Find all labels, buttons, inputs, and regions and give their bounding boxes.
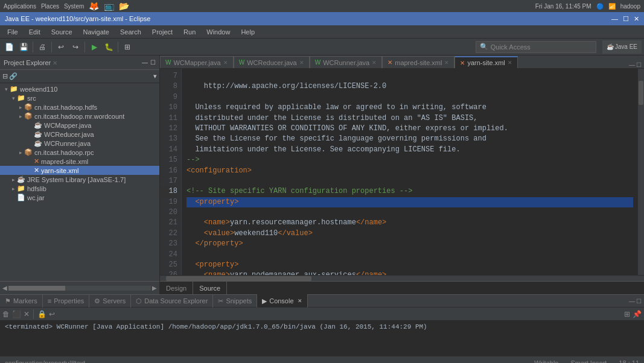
bottom-panel-minimize[interactable]: — [629, 298, 635, 305]
print-button[interactable]: 🖨 [36, 40, 49, 54]
editor-maximize-button[interactable]: ☐ [636, 62, 642, 68]
maximize-button[interactable]: ☐ [623, 15, 629, 23]
firefox-icon: 🦊 [89, 1, 99, 11]
toolbar-sep-1 [33, 42, 33, 52]
tab-wcmapper[interactable]: W WCMapper.java ✕ [160, 56, 234, 68]
close-button[interactable]: ✕ [634, 15, 639, 23]
tree-label-src: src [27, 95, 36, 102]
tab-wcreducer[interactable]: W WCReducer.java ✕ [234, 56, 310, 68]
tree-item-hdfslib[interactable]: ▸ 📁 hdfslib [0, 184, 159, 193]
terminate-button[interactable]: ⬛ [12, 310, 21, 318]
minimize-panel-button[interactable]: — [142, 59, 148, 66]
tab-console-close[interactable]: ✕ [298, 298, 302, 304]
left-scroll-right[interactable]: ▶ [152, 285, 157, 291]
tab-close-wcrunner[interactable]: ✕ [372, 60, 377, 66]
tab-close-mapred[interactable]: ✕ [444, 60, 449, 66]
menu-source[interactable]: Source [46, 27, 77, 37]
editor-minimize-button[interactable]: — [629, 62, 635, 68]
tree-item-mapred[interactable]: ✕ mapred-site.xml [0, 157, 159, 166]
tree-item-yarn[interactable]: ✕ yarn-site.xml [0, 166, 159, 175]
tree-item-wcrunner[interactable]: ☕ WCRunner.java [0, 139, 159, 148]
run-button[interactable]: ▶ [88, 40, 101, 54]
tree-item-wcmapper[interactable]: ☕ WCMapper.java [0, 121, 159, 130]
tab-mapred[interactable]: ✕ mapred-site.xml ✕ [382, 56, 454, 68]
menu-project[interactable]: Project [147, 27, 177, 37]
pin-console-button[interactable]: 📌 [633, 310, 642, 318]
console-text: <terminated> WCRunner [Java Application]… [5, 323, 427, 330]
open-perspective[interactable]: ⊞ [121, 40, 134, 54]
tab-wcrunner[interactable]: W WCRunner.java ✕ [310, 56, 383, 68]
position-status: 18 : 11 [619, 359, 639, 364]
maximize-panel-button[interactable]: ☐ [150, 59, 156, 66]
tab-datasource[interactable]: ⬡ Data Source Explorer [131, 294, 213, 308]
link-editor-button[interactable]: 🔗 [9, 72, 18, 80]
tree-item-rpc[interactable]: ▸ 📦 cn.itcast.hadoop.rpc [0, 148, 159, 157]
package-icon-wordcount: 📦 [24, 112, 33, 120]
bottom-panel-maximize[interactable]: ☐ [636, 298, 642, 305]
menu-window[interactable]: Window [202, 27, 235, 37]
remove-terminated-button[interactable]: ✕ [24, 310, 30, 318]
tab-yarn[interactable]: ✕ yarn-site.xml ✕ [454, 56, 517, 68]
tab-properties[interactable]: ≡ Properties [43, 294, 90, 308]
java-ee-label: Java EE [615, 43, 637, 50]
tree-item-wcjar[interactable]: 📄 wc.jar [0, 193, 159, 202]
menu-navigate[interactable]: Navigate [78, 27, 114, 37]
tab-close-wcmapper[interactable]: ✕ [223, 60, 228, 66]
menu-edit[interactable]: Edit [24, 27, 45, 37]
horizontal-scrollbar[interactable] [160, 275, 644, 281]
debug-button[interactable]: 🐛 [102, 40, 115, 54]
tab-close-yarn[interactable]: ✕ [508, 60, 512, 66]
apps-menu[interactable]: Applications [4, 3, 36, 10]
editor-scrollbar[interactable] [638, 69, 644, 275]
xml-icon-yarn: ✕ [34, 166, 39, 174]
design-source-tabs: Design Source [160, 281, 644, 294]
line-numbers: 7 8 9 10 11 12 13 14 15 16 17 18 19 20 2… [160, 69, 182, 275]
java-ee-perspective[interactable]: ☕ Java EE [602, 40, 642, 54]
source-tab[interactable]: Source [193, 282, 227, 294]
open-console-button[interactable]: ⊞ [624, 310, 630, 318]
menu-help[interactable]: Help [236, 27, 260, 37]
word-wrap-button[interactable]: ↩ [49, 310, 55, 318]
quick-access-box[interactable]: 🔍 Quick Access [476, 41, 596, 53]
tree-item-wcreducer[interactable]: ☕ WCReducer.java [0, 130, 159, 139]
menu-search[interactable]: Search [115, 27, 146, 37]
menu-run[interactable]: Run [179, 27, 200, 37]
arrow-hdfslib: ▸ [10, 186, 17, 192]
minimize-button[interactable]: — [611, 15, 618, 23]
console-toolbar: 🗑 ⬛ ✕ 🔒 ↩ ⊞ 📌 [0, 308, 644, 321]
undo-button[interactable]: ↩ [54, 40, 68, 54]
tab-markers[interactable]: ⚑ Markers [0, 294, 43, 308]
arrow-jre: ▸ [10, 177, 17, 183]
design-tab[interactable]: Design [160, 282, 193, 294]
toolbar-dropdown-button[interactable]: ▾ [153, 72, 157, 80]
clear-console-button[interactable]: 🗑 [2, 310, 10, 318]
project-explorer-title: Project Explorer ✕ [4, 59, 57, 66]
left-scroll-left[interactable]: ◀ [2, 285, 7, 291]
places-menu[interactable]: Places [41, 3, 59, 10]
tree-item-jre[interactable]: ▸ ☕ JRE System Library [JavaSE-1.7] [0, 175, 159, 184]
new-button[interactable]: 📄 [2, 40, 16, 54]
scroll-lock-button[interactable]: 🔒 [37, 310, 46, 318]
redo-button[interactable]: ↪ [69, 40, 82, 54]
tree-item-wordcount[interactable]: ▸ 📦 cn.itcast.hadoop.mr.wordcount [0, 112, 159, 121]
tree-item-weekend110[interactable]: ▾ 📁 weekend110 [0, 84, 159, 93]
tab-snippets[interactable]: ✂ Snippets [213, 294, 257, 308]
tree-item-hdfs[interactable]: ▸ 📦 cn.itcast.hadoop.hdfs [0, 103, 159, 112]
tab-servers[interactable]: ⚙ Servers [89, 294, 131, 308]
tree-item-src[interactable]: ▾ 📁 src [0, 93, 159, 103]
status-bar-left: configuration/property/#text [5, 359, 522, 364]
tab-properties-label: Properties [54, 297, 84, 305]
tab-console[interactable]: ▶ Console ✕ [257, 294, 307, 308]
collapse-all-button[interactable]: ⊟ [2, 72, 8, 80]
save-button[interactable]: 💾 [17, 40, 30, 54]
tab-markers-label: Markers [13, 297, 37, 305]
tab-label-wcrunner: WCRunner.java [323, 59, 369, 66]
menu-file[interactable]: File [2, 27, 23, 37]
code-content[interactable]: http://www.apache.org/licenses/LICENSE-2… [182, 69, 638, 275]
system-menu[interactable]: System [64, 3, 84, 10]
status-bar: configuration/property/#text Writable Sm… [0, 356, 644, 363]
right-panel: W WCMapper.java ✕ W WCReducer.java ✕ W W… [160, 55, 644, 294]
title-controls[interactable]: — ☐ ✕ [611, 15, 639, 23]
left-panel: Project Explorer ✕ — ☐ ⊟ 🔗 ▾ ▾ 📁 weekend… [0, 55, 160, 294]
tab-close-wcreducer[interactable]: ✕ [299, 60, 304, 66]
